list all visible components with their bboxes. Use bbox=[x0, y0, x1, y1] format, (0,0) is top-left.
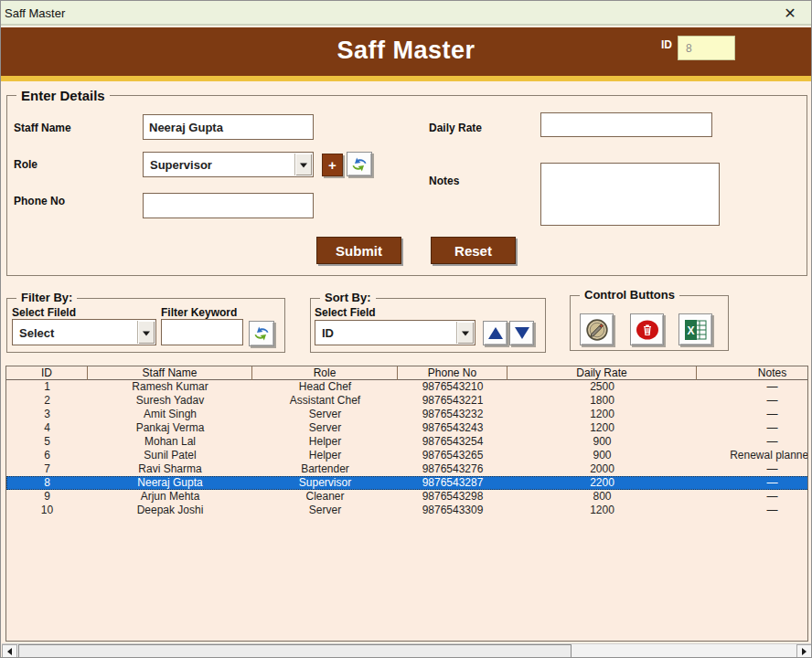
add-role-button[interactable]: + bbox=[322, 154, 343, 176]
table-row[interactable]: 6Sunil PatelHelper9876543265900Renewal p… bbox=[6, 449, 808, 462]
role-label: Role bbox=[14, 158, 37, 171]
table-cell: Arjun Mehta bbox=[88, 490, 252, 504]
table-cell: 2000 bbox=[508, 462, 697, 476]
refresh-icon bbox=[252, 324, 271, 343]
table-cell: 9876543298 bbox=[398, 490, 508, 504]
phone-input[interactable] bbox=[143, 193, 314, 218]
table-cell: Server bbox=[252, 408, 398, 421]
edit-pencil-icon bbox=[585, 318, 609, 342]
filter-field-combobox[interactable]: Select bbox=[12, 319, 156, 345]
filter-keyword-input[interactable] bbox=[161, 319, 243, 345]
table-cell: Deepak Joshi bbox=[88, 504, 252, 517]
sort-down-icon bbox=[515, 327, 529, 339]
scrollbar-thumb[interactable] bbox=[18, 644, 572, 658]
daily-rate-input[interactable] bbox=[540, 112, 712, 137]
staff-master-window: Saff Master ✕ Saff Master ID Enter Detai… bbox=[0, 0, 812, 658]
table-row[interactable]: 4Pankaj VermaServer98765432431200— bbox=[6, 421, 808, 435]
notes-label: Notes bbox=[429, 175, 459, 187]
table-row[interactable]: 5Mohan LalHelper9876543254900— bbox=[6, 435, 808, 449]
arrow-right-icon bbox=[802, 648, 807, 655]
table-cell: Ravi Sharma bbox=[88, 462, 252, 476]
table-cell: Supervisor bbox=[252, 476, 398, 490]
sort-field-value: ID bbox=[322, 326, 334, 340]
table-cell: 3 bbox=[6, 408, 88, 421]
table-cell: 7 bbox=[6, 462, 88, 476]
column-header[interactable]: Notes bbox=[697, 366, 808, 380]
table-row[interactable]: 10Deepak JoshiServer98765433091200— bbox=[6, 504, 808, 517]
table-cell: 8 bbox=[6, 476, 88, 490]
close-icon[interactable]: ✕ bbox=[780, 4, 800, 24]
scroll-left-button[interactable] bbox=[2, 644, 17, 658]
table-cell: 9876543276 bbox=[398, 462, 508, 476]
table-row[interactable]: 8Neeraj GuptaSupervisor98765432872200— bbox=[6, 476, 808, 490]
control-buttons-legend: Control Buttons bbox=[580, 288, 679, 302]
table-cell: 9876543254 bbox=[398, 435, 508, 449]
table-row[interactable]: 1Ramesh KumarHead Chef98765432102500— bbox=[6, 380, 808, 394]
column-header[interactable]: Role bbox=[252, 366, 398, 380]
table-cell: 1200 bbox=[508, 408, 697, 421]
staff-name-input[interactable] bbox=[143, 114, 314, 140]
id-field[interactable] bbox=[678, 36, 735, 60]
table-cell: — bbox=[697, 435, 808, 449]
sort-ascending-button[interactable] bbox=[483, 321, 508, 345]
table-row[interactable]: 2Suresh YadavAssistant Chef9876543221180… bbox=[6, 394, 808, 408]
sort-descending-button[interactable] bbox=[509, 321, 534, 345]
chevron-down-icon bbox=[300, 164, 307, 168]
column-header[interactable]: Staff Name bbox=[88, 366, 252, 380]
table-cell: — bbox=[697, 408, 808, 421]
plus-icon: + bbox=[328, 157, 337, 173]
column-header[interactable]: Phone No bbox=[398, 366, 508, 380]
staff-table-body: 1Ramesh KumarHead Chef98765432102500—2Su… bbox=[6, 380, 807, 517]
role-dropdown-button[interactable] bbox=[294, 154, 312, 175]
export-excel-button[interactable]: X bbox=[678, 313, 712, 345]
table-cell: — bbox=[697, 476, 808, 490]
submit-button-label: Submit bbox=[336, 243, 382, 259]
arrow-left-icon bbox=[7, 648, 12, 655]
horizontal-scrollbar[interactable] bbox=[2, 643, 812, 658]
table-row[interactable]: 9Arjun MehtaCleaner9876543298800— bbox=[6, 490, 808, 504]
notes-input[interactable] bbox=[540, 163, 720, 226]
submit-button[interactable]: Submit bbox=[316, 237, 401, 264]
staff-table[interactable]: IDStaff NameRolePhone NoDaily RateNotes … bbox=[5, 366, 808, 642]
role-combobox[interactable]: Supervisor bbox=[143, 152, 314, 177]
table-cell: Amit Singh bbox=[88, 408, 252, 421]
table-cell: — bbox=[697, 421, 808, 435]
table-cell: Server bbox=[252, 421, 398, 435]
table-cell: — bbox=[697, 490, 808, 504]
filter-field-label: Select Fileld bbox=[12, 306, 76, 319]
table-row[interactable]: 3Amit SinghServer98765432321200— bbox=[6, 408, 808, 421]
chevron-down-icon bbox=[462, 332, 469, 336]
reset-button[interactable]: Reset bbox=[431, 237, 516, 264]
table-cell: Suresh Yadav bbox=[88, 394, 252, 408]
table-cell: 2200 bbox=[508, 476, 697, 490]
svg-text:X: X bbox=[687, 324, 694, 337]
sort-field-combobox[interactable]: ID bbox=[315, 320, 475, 345]
table-cell: 6 bbox=[6, 449, 88, 462]
table-cell: 9876543265 bbox=[398, 449, 508, 462]
table-cell: 4 bbox=[6, 421, 88, 435]
column-header[interactable]: Daily Rate bbox=[508, 366, 697, 380]
edit-record-button[interactable] bbox=[580, 313, 614, 345]
table-cell: 9 bbox=[6, 490, 88, 504]
reset-button-label: Reset bbox=[454, 243, 492, 259]
excel-icon: X bbox=[683, 318, 709, 342]
table-cell: Cleaner bbox=[252, 490, 398, 504]
scroll-right-button[interactable] bbox=[796, 644, 812, 658]
table-cell: 9876543221 bbox=[398, 394, 508, 408]
delete-record-button[interactable] bbox=[630, 313, 664, 345]
filter-dropdown-button[interactable] bbox=[137, 321, 155, 344]
table-cell: Renewal planned bbox=[697, 449, 808, 462]
table-row[interactable]: 7Ravi SharmaBartender98765432762000— bbox=[6, 462, 808, 476]
table-cell: 900 bbox=[508, 449, 697, 462]
daily-rate-label: Daily Rate bbox=[429, 122, 482, 134]
table-cell: 10 bbox=[6, 504, 88, 517]
table-cell: Head Chef bbox=[252, 380, 398, 394]
refresh-roles-button[interactable] bbox=[347, 152, 372, 176]
window-titlebar: Saff Master ✕ bbox=[1, 1, 811, 26]
table-cell: 2500 bbox=[508, 380, 697, 394]
sort-dropdown-button[interactable] bbox=[456, 322, 474, 344]
apply-filter-button[interactable] bbox=[249, 321, 274, 346]
table-cell: 900 bbox=[508, 435, 697, 449]
table-cell: 9876543243 bbox=[398, 421, 508, 435]
column-header[interactable]: ID bbox=[6, 366, 88, 380]
